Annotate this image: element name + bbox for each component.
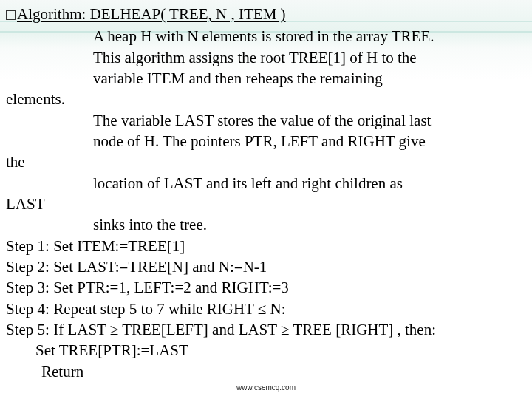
step-2: Step 2: Set LAST:=TREE[N] and N:=N-1: [6, 256, 526, 277]
footer-url: www.csemcq.com: [236, 383, 296, 392]
step-3: Step 3: Set PTR:=1, LEFT:=2 and RIGHT:=3: [6, 277, 526, 298]
title-text: Algorithm: DELHEAP( TREE, N , ITEM ): [17, 5, 286, 23]
step-5a: Set TREE[PTR]:=LAST: [6, 340, 526, 361]
desc-hang-1: elements.: [6, 89, 526, 109]
desc-line-6: location of LAST and its left and right …: [6, 173, 526, 194]
desc-hang-3: LAST: [6, 194, 526, 214]
step-4: Step 4: Repeat step 5 to 7 while RIGHT ≤…: [6, 299, 526, 319]
slide-container: Algorithm: DELHEAP( TREE, N , ITEM ) A h…: [0, 0, 532, 399]
bullet-icon: [6, 10, 16, 20]
desc-line-1: A heap H with N elements is stored in th…: [6, 26, 526, 47]
desc-hang-2: the: [6, 151, 526, 172]
desc-line-3: variable ITEM and then reheaps the remai…: [6, 68, 526, 89]
step-5: Step 5: If LAST ≥ TREE[LEFT] and LAST ≥ …: [6, 319, 526, 340]
step-5b: Return: [6, 361, 526, 382]
step-1: Step 1: Set ITEM:=TREE[1]: [6, 236, 526, 256]
desc-line-5: node of H. The pointers PTR, LEFT and RI…: [6, 131, 526, 151]
desc-line-7: sinks into the tree.: [6, 214, 526, 235]
desc-line-2: This algorithm assigns the root TREE[1] …: [6, 47, 526, 68]
algorithm-title: Algorithm: DELHEAP( TREE, N , ITEM ): [6, 4, 526, 24]
desc-line-4: The variable LAST stores the value of th…: [6, 110, 526, 131]
